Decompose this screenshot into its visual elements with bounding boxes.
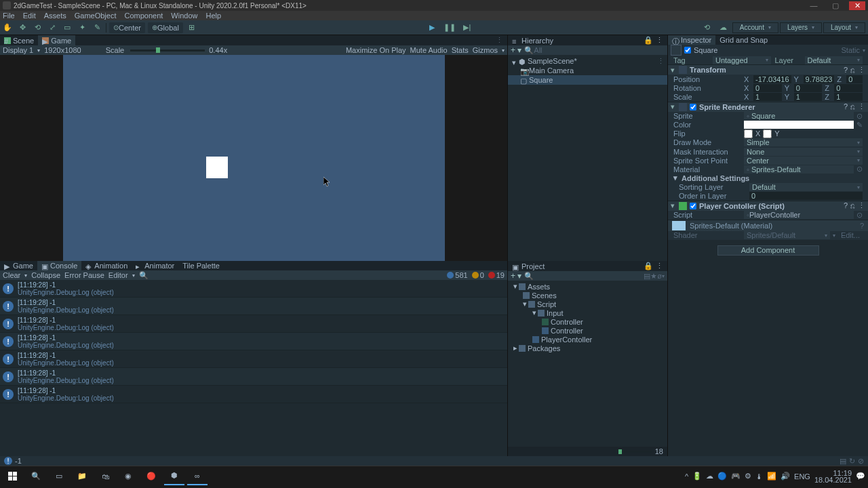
static-dropdown[interactable]: Static	[841, 46, 860, 54]
sorting-layer-dropdown[interactable]: Default	[749, 183, 863, 191]
hierarchy-menu-icon[interactable]: ⋮	[656, 36, 663, 45]
log-entry[interactable]: ![11:19:28] -1UnityEngine.Debug:Log (obj…	[0, 350, 507, 368]
tab-game[interactable]: ▶Game	[38, 35, 75, 45]
menu-file[interactable]: File	[3, 12, 15, 20]
game-viewport[interactable]	[0, 55, 507, 261]
position-y[interactable]: 9.78823	[804, 75, 835, 83]
tray-chevron-icon[interactable]: ^	[685, 472, 688, 481]
pivot-toggle[interactable]: ⊙ Center	[109, 22, 145, 33]
order-in-layer[interactable]: 0	[749, 192, 863, 200]
tab-animation[interactable]: ◈Animation	[81, 261, 132, 270]
sprite-renderer-enabled[interactable]	[690, 104, 696, 110]
scale-x[interactable]: 1	[753, 93, 782, 101]
position-x[interactable]: -17.03416	[753, 75, 791, 83]
rotation-x[interactable]: 0	[753, 84, 782, 92]
maximize-button[interactable]: ▢	[827, 1, 844, 10]
script-enabled[interactable]	[690, 203, 696, 209]
store-button[interactable]: 🛍	[95, 468, 115, 485]
component-preset-icon[interactable]: ⎌	[850, 66, 855, 75]
project-playercontroller[interactable]: PlayerContoller	[508, 335, 667, 344]
task-view-button[interactable]: ▭	[49, 468, 69, 485]
gizmos-dropdown[interactable]: Gizmos	[473, 46, 498, 54]
maximize-on-play[interactable]: Maximize On Play	[346, 46, 406, 54]
hierarchy-add-button[interactable]: + ▾	[511, 45, 521, 55]
display-dropdown[interactable]: Display 1	[3, 46, 33, 54]
start-button[interactable]	[3, 468, 23, 485]
tab-console[interactable]: ▣Console	[37, 261, 81, 270]
custom-tool[interactable]: ✎	[90, 22, 104, 34]
object-picker-icon[interactable]: ⊙	[856, 112, 863, 121]
menu-help[interactable]: Help	[205, 12, 221, 20]
menu-component[interactable]: Component	[124, 12, 163, 20]
project-packages[interactable]: ▸Packages	[508, 344, 667, 352]
component-menu-icon[interactable]: ⋮	[858, 66, 865, 75]
gameobject-active-checkbox[interactable]	[684, 47, 691, 54]
error-count[interactable]: 19	[496, 271, 505, 279]
status-tray-icon[interactable]: ▤	[840, 457, 846, 466]
rect-tool[interactable]: ▭	[60, 22, 74, 34]
mute-audio[interactable]: Mute Audio	[410, 46, 448, 54]
pause-button[interactable]: ❚❚	[443, 22, 456, 34]
language-indicator[interactable]: ENG	[794, 472, 810, 481]
step-button[interactable]: ▶|	[460, 22, 474, 34]
scale-z[interactable]: 1	[834, 93, 863, 101]
log-entry[interactable]: ![11:19:28] -1UnityEngine.Debug:Log (obj…	[0, 333, 507, 350]
info-count[interactable]: 581	[455, 271, 467, 279]
scale-y[interactable]: 1	[794, 93, 823, 101]
search-button[interactable]: 🔍	[26, 468, 46, 485]
play-button[interactable]: ▶	[425, 22, 439, 34]
material-header[interactable]: Sprites-Default (Material) ?	[668, 220, 868, 231]
tab-scene[interactable]: #Scene	[0, 35, 38, 45]
system-tray[interactable]: ^ 🔋☁🔵🎮⚙🌡📶🔊 ENG 11:1918.04.2021 💬	[685, 470, 865, 483]
console-clear[interactable]: Clear	[3, 271, 20, 279]
hierarchy-item-camera[interactable]: 📷Main Camera	[508, 66, 667, 75]
tab-inspector[interactable]: ⓘInspector	[668, 35, 715, 45]
stats-toggle[interactable]: Stats	[452, 46, 469, 54]
console-collapse[interactable]: Collapse	[31, 271, 60, 279]
tab-animator[interactable]: ▸Animator	[132, 261, 178, 270]
unity-button[interactable]: ⬢	[164, 468, 184, 485]
menu-gameobject[interactable]: GameObject	[75, 12, 117, 20]
sprite-renderer-header[interactable]: ▾ Sprite Renderer ?⎌⋮	[668, 102, 868, 112]
player-controller-header[interactable]: ▾ Player Contoller (Script) ?⎌⋮	[668, 201, 868, 211]
account-dropdown[interactable]: Account	[732, 22, 778, 33]
layer-dropdown[interactable]: Default	[805, 56, 863, 64]
transform-tool[interactable]: ✦	[75, 22, 89, 34]
tag-dropdown[interactable]: Untagged	[713, 56, 771, 64]
console-editor[interactable]: Editor	[108, 271, 128, 279]
project-tree[interactable]: ▾Assets Scenes ▾Script ▾Input Controller…	[508, 281, 667, 447]
console-log[interactable]: ![11:19:28] -1UnityEngine.Debug:Log (obj…	[0, 280, 507, 456]
log-entry[interactable]: ![11:19:28] -1UnityEngine.Debug:Log (obj…	[0, 315, 507, 333]
layout-dropdown[interactable]: Layout	[823, 22, 865, 33]
project-favorite-icon[interactable]: ★	[650, 272, 657, 281]
color-picker-icon[interactable]: ✎	[856, 121, 863, 129]
project-filter-icon[interactable]: ▤	[644, 272, 650, 281]
tab-tile-palette[interactable]: Tile Palette	[178, 261, 224, 270]
scale-tool[interactable]: ⤢	[45, 22, 59, 34]
flip-x[interactable]	[744, 129, 753, 138]
scene-menu-icon[interactable]: ⋮	[657, 57, 667, 66]
component-help-icon[interactable]: ?	[844, 66, 848, 75]
gameobject-icon-button[interactable]	[671, 45, 682, 56]
chrome-button[interactable]: ◉	[118, 468, 138, 485]
draw-mode-dropdown[interactable]: Simple	[744, 138, 863, 146]
thumbnail-slider[interactable]	[618, 451, 652, 453]
log-entry[interactable]: ![11:19:28] -1UnityEngine.Debug:Log (obj…	[0, 368, 507, 386]
sprite-color[interactable]	[744, 121, 854, 129]
hand-tool[interactable]: ✋	[1, 22, 14, 34]
scale-slider[interactable]	[130, 49, 205, 52]
material-field[interactable]: Sprites-Default	[744, 165, 854, 174]
cloud-icon[interactable]: ☁	[717, 22, 730, 34]
notifications-button[interactable]: 💬	[856, 472, 865, 481]
aspect-dropdown[interactable]: 1920x1080	[44, 46, 81, 54]
project-assets[interactable]: ▾Assets	[508, 282, 667, 291]
mask-dropdown[interactable]: None	[744, 148, 863, 156]
rotation-y[interactable]: 0	[794, 84, 823, 92]
layers-dropdown[interactable]: Layers	[780, 22, 822, 33]
tab-grid-snap[interactable]: Grid and Snap	[715, 35, 772, 45]
project-hidden-icon[interactable]: ø	[657, 272, 662, 280]
move-tool[interactable]: ✥	[16, 22, 29, 34]
vs-button[interactable]: ∞	[187, 468, 208, 485]
project-controller2[interactable]: Controller	[508, 326, 667, 335]
hierarchy-scene[interactable]: ▾⬢SampleScene*⋮	[508, 56, 667, 66]
